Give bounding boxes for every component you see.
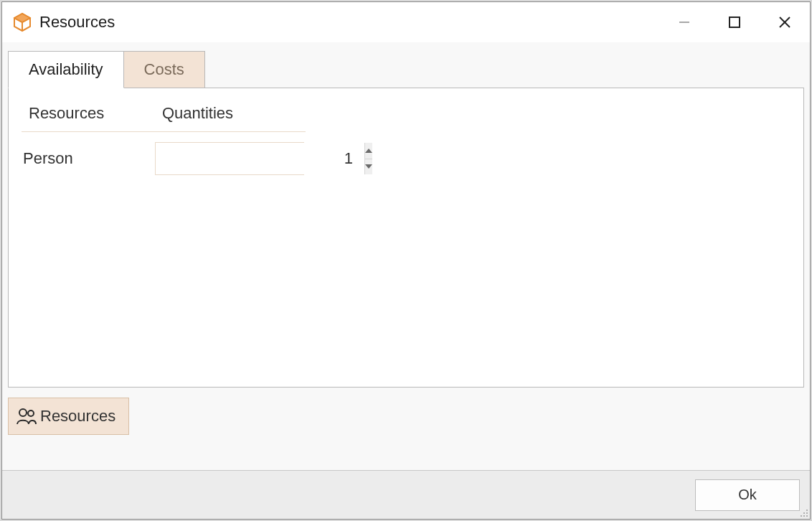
spinner-buttons (364, 143, 372, 174)
quantity-stepper (155, 142, 304, 175)
people-icon (16, 407, 37, 426)
svg-point-12 (803, 512, 805, 514)
content-area: Availability Costs Resources Quantities … (2, 42, 810, 470)
tab-panel-availability: Resources Quantities Person (8, 88, 804, 388)
ok-button[interactable]: Ok (695, 479, 800, 511)
grid-header: Resources Quantities (22, 104, 790, 132)
resources-button-row: Resources (8, 398, 804, 435)
chevron-down-icon (365, 164, 372, 169)
resources-button[interactable]: Resources (8, 398, 129, 435)
svg-point-9 (19, 409, 27, 416)
resource-name-label: Person (22, 149, 155, 168)
dialog-footer: Ok (2, 470, 810, 519)
resize-grip[interactable] (798, 507, 808, 517)
svg-marker-7 (365, 149, 372, 153)
window-title: Resources (39, 13, 115, 32)
minimize-button[interactable] (659, 2, 709, 42)
svg-point-11 (806, 510, 808, 511)
minimize-icon (678, 16, 691, 29)
chevron-up-icon (365, 149, 372, 153)
quantity-input[interactable] (156, 143, 364, 174)
svg-point-13 (806, 512, 808, 514)
svg-point-15 (803, 515, 805, 517)
table-row: Person (22, 142, 790, 175)
close-button[interactable] (760, 2, 810, 42)
resources-button-label: Resources (40, 407, 115, 426)
tab-availability[interactable]: Availability (8, 51, 124, 88)
tab-row: Availability Costs (8, 51, 804, 88)
close-icon (778, 15, 792, 29)
titlebar: Resources (2, 2, 810, 42)
svg-point-16 (806, 515, 808, 517)
svg-point-14 (801, 515, 802, 517)
resources-dialog: Resources Availability Costs Resou (1, 1, 811, 520)
spin-down-button[interactable] (365, 159, 372, 175)
svg-rect-4 (730, 17, 740, 27)
app-cube-icon (12, 12, 32, 32)
maximize-icon (728, 16, 741, 29)
quantity-cell (155, 142, 306, 175)
column-header-quantities: Quantities (155, 104, 306, 132)
tab-costs[interactable]: Costs (124, 51, 205, 88)
svg-point-10 (28, 410, 34, 416)
svg-marker-8 (365, 164, 372, 169)
spin-up-button[interactable] (365, 143, 372, 159)
column-header-resources: Resources (22, 104, 155, 132)
maximize-button[interactable] (709, 2, 760, 42)
